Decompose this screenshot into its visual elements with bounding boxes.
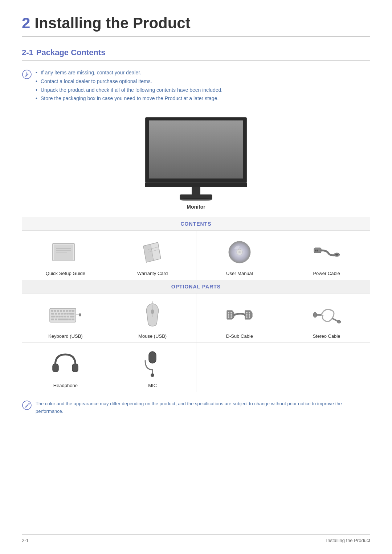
svg-rect-11	[54, 245, 73, 260]
svg-point-64	[228, 316, 229, 318]
optional-icons-row-2: Headphone MIC	[22, 343, 370, 392]
footer-note-text: The color and the appearance may differ …	[36, 400, 370, 415]
svg-point-71	[249, 316, 250, 318]
mouse-icon	[112, 299, 193, 331]
svg-point-2	[26, 72, 27, 73]
svg-rect-47	[61, 316, 64, 317]
svg-rect-35	[69, 310, 71, 312]
svg-rect-33	[63, 310, 65, 312]
optional-parts-header-cell: OPTIONAL PARTS	[22, 280, 370, 294]
svg-point-21	[238, 251, 241, 253]
chapter-number: 2	[22, 15, 30, 32]
dsub-cable-label: D-Sub Cable	[199, 333, 280, 339]
svg-rect-41	[64, 313, 66, 315]
note-list: If any items are missing, contact your d…	[36, 69, 222, 103]
mouse-cell: Mouse (USB)	[109, 294, 196, 343]
svg-rect-48	[64, 316, 66, 317]
section-title: 2-1Package Contents	[22, 48, 370, 61]
power-cable-label: Power Cable	[286, 271, 367, 276]
dsub-cable-cell: D-Sub Cable	[196, 294, 283, 343]
svg-rect-25	[317, 250, 318, 251]
keyboard-icon	[25, 299, 106, 331]
svg-point-62	[228, 314, 229, 316]
mouse-label: Mouse (USB)	[112, 333, 193, 339]
svg-point-67	[249, 312, 250, 313]
svg-point-66	[246, 312, 248, 313]
headphone-label: Headphone	[25, 383, 106, 388]
svg-rect-39	[58, 313, 60, 315]
svg-point-69	[249, 314, 250, 316]
contents-header: CONTENTS	[22, 217, 370, 231]
stereo-cable-cell: Stereo Cable	[283, 294, 370, 343]
svg-rect-36	[72, 310, 74, 312]
svg-rect-54	[69, 319, 72, 320]
svg-rect-77	[53, 364, 58, 372]
dsub-cable-icon	[199, 299, 280, 331]
empty-cell-1	[196, 343, 283, 392]
svg-rect-51	[51, 319, 54, 320]
svg-point-61	[230, 312, 232, 313]
user-manual-label: User Manual	[199, 271, 280, 276]
contents-icons-row: Quick Setup Guide Warranty Card	[22, 231, 370, 280]
svg-rect-79	[149, 352, 156, 363]
svg-rect-6	[145, 183, 247, 187]
svg-rect-43	[69, 313, 74, 315]
note-icon	[22, 69, 32, 79]
svg-point-27	[335, 254, 338, 255]
svg-point-83	[28, 403, 30, 405]
mic-icon	[112, 348, 193, 381]
warranty-card-label: Warranty Card	[112, 271, 193, 276]
footer-note-icon	[22, 400, 32, 410]
svg-rect-42	[66, 313, 69, 315]
svg-rect-34	[66, 310, 68, 312]
mic-label: MIC	[112, 383, 193, 388]
quick-setup-guide-label: Quick Setup Guide	[25, 271, 106, 276]
svg-rect-78	[72, 364, 78, 372]
page-number: 2-1	[22, 538, 29, 543]
svg-point-68	[246, 314, 248, 316]
svg-rect-7	[192, 187, 200, 195]
warranty-card-cell: Warranty Card	[109, 231, 196, 280]
user-manual-icon	[199, 236, 280, 268]
svg-rect-24	[315, 250, 317, 251]
footer-note: The color and the appearance may differ …	[22, 400, 370, 415]
svg-rect-59	[151, 309, 154, 314]
svg-rect-5	[149, 120, 243, 178]
note-item-3: Unpack the product and check if all of t…	[36, 86, 222, 95]
headphone-icon	[25, 348, 106, 381]
svg-rect-50	[70, 316, 74, 317]
power-cable-icon	[286, 236, 367, 268]
svg-rect-45	[56, 316, 58, 317]
svg-rect-40	[61, 313, 63, 315]
keyboard-label: Keyboard (USB)	[25, 333, 106, 339]
page-footer: 2-1 Installing the Product	[22, 534, 370, 543]
svg-rect-55	[72, 319, 74, 320]
headphone-cell: Headphone	[22, 343, 109, 392]
keyboard-cell: Keyboard (USB)	[22, 294, 109, 343]
empty-cell-2	[283, 343, 370, 392]
optional-icons-row-1: Keyboard (USB) Mouse (USB)	[22, 294, 370, 343]
note-item-2: Contact a local dealer to purchase optio…	[36, 77, 222, 86]
svg-point-76	[337, 320, 341, 323]
quick-setup-guide-icon	[25, 236, 106, 268]
svg-rect-53	[58, 319, 69, 320]
svg-rect-37	[51, 313, 54, 315]
svg-rect-38	[55, 313, 57, 315]
stereo-cable-label: Stereo Cable	[286, 333, 367, 339]
svg-rect-30	[54, 310, 56, 312]
chapter-title: 2Installing the Product	[22, 15, 370, 37]
contents-table: CONTENTS Quick Setup Guide	[22, 217, 370, 392]
svg-point-65	[230, 316, 232, 318]
monitor-illustration	[138, 114, 254, 201]
user-manual-cell: User Manual	[196, 231, 283, 280]
svg-point-73	[313, 312, 317, 317]
note-item-1: If any items are missing, contact your d…	[36, 69, 222, 77]
stereo-cable-icon	[286, 299, 367, 331]
svg-rect-52	[55, 319, 57, 320]
section-number: 2-1	[22, 48, 33, 57]
optional-parts-header: OPTIONAL PARTS	[22, 280, 370, 294]
svg-point-80	[151, 373, 154, 377]
svg-rect-31	[57, 310, 59, 312]
svg-point-60	[228, 312, 229, 313]
power-cable-cell: Power Cable	[283, 231, 370, 280]
